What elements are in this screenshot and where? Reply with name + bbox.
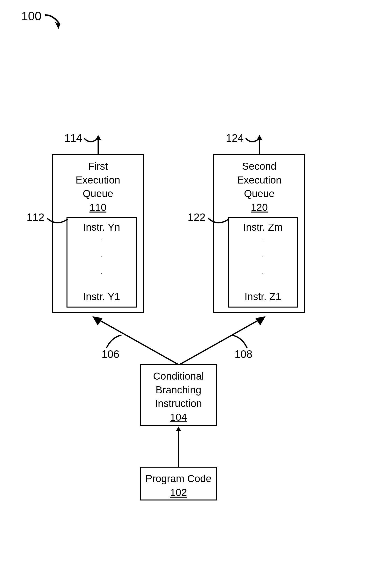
second-queue-title-line2: Execution: [214, 173, 304, 187]
second-queue-instr-top: Instr. Zm: [229, 220, 297, 234]
svg-marker-10: [176, 426, 181, 431]
program-code-ref: 102: [141, 486, 216, 500]
conditional-ref: 104: [141, 411, 216, 424]
conditional-line1: Conditional: [141, 369, 216, 383]
first-queue-out-ref-pointer: [84, 136, 97, 145]
first-queue-title-line2: Execution: [53, 173, 143, 187]
second-queue-inner-box: Instr. Zm . . . Instr. Z1: [228, 217, 298, 308]
first-queue-title-line3: Queue: [53, 187, 143, 201]
second-queue-title-line1: Second: [214, 160, 304, 173]
second-queue-out-ref-label: 124: [226, 132, 243, 144]
second-queue-box: Second Execution Queue 120 Instr. Zm . .…: [213, 154, 305, 313]
second-queue-inner-ref-pointer: [207, 215, 231, 227]
second-queue-inner-ref-label: 122: [188, 211, 205, 223]
first-queue-instr-top: Instr. Yn: [67, 220, 136, 234]
first-queue-title-line1: First: [53, 160, 143, 173]
first-queue-box: First Execution Queue 110 Instr. Yn . . …: [52, 154, 144, 313]
second-queue-title-line3: Queue: [214, 187, 304, 201]
program-to-conditional-arrow: [175, 426, 182, 467]
program-code-box: Program Code 102: [140, 467, 217, 501]
second-queue-out-ref-pointer: [245, 136, 259, 145]
first-queue-out-ref-label: 114: [64, 132, 82, 144]
branch-right-ref-pointer: [230, 333, 250, 350]
figure-ref-arrow: [43, 12, 65, 34]
first-queue-ref: 110: [53, 201, 143, 214]
conditional-box: Conditional Branching Instruction 104: [140, 364, 217, 426]
first-queue-inner-box: Instr. Yn . . . Instr. Y1: [66, 217, 137, 308]
figure-ref-label: 100: [21, 9, 41, 23]
first-queue-instr-bottom: Instr. Y1: [67, 290, 136, 304]
conditional-line3: Instruction: [141, 397, 216, 411]
first-queue-inner-ref-label: 112: [27, 211, 44, 223]
second-queue-instr-bottom: Instr. Z1: [229, 290, 297, 304]
conditional-line2: Branching: [141, 383, 216, 397]
second-queue-ref: 120: [214, 201, 304, 214]
branch-left-ref-pointer: [104, 333, 123, 350]
program-code-title: Program Code: [141, 472, 216, 486]
first-queue-inner-ref-pointer: [46, 215, 70, 227]
